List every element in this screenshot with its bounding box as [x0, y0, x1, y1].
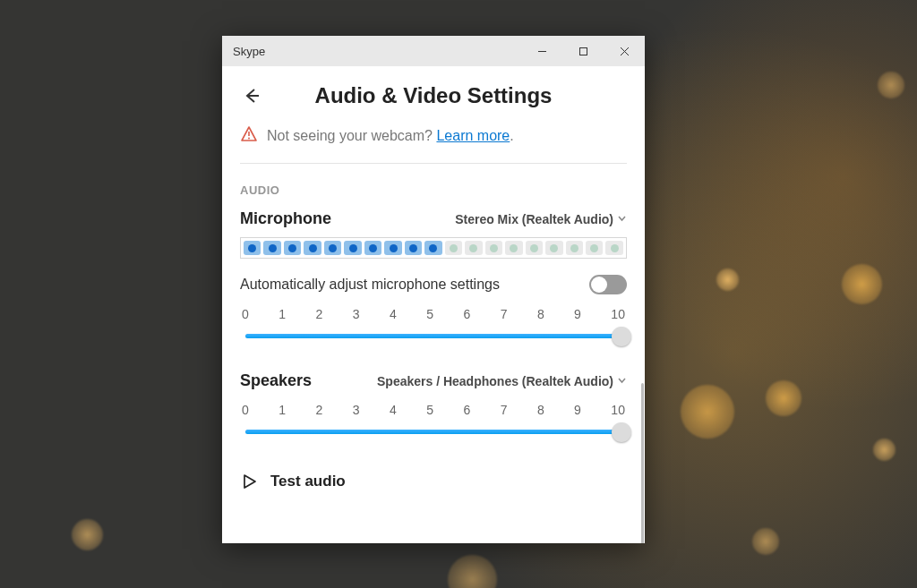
microphone-row: Microphone Stereo Mix (Realtek Audio): [240, 209, 627, 228]
test-audio-button[interactable]: Test audio: [240, 473, 627, 490]
webcam-suffix: .: [510, 128, 513, 143]
test-audio-label: Test audio: [270, 473, 346, 490]
speakers-scale: 012345678910: [240, 403, 627, 417]
slider-fill: [245, 334, 621, 338]
bokeh-dot: [873, 439, 896, 461]
bokeh-dot: [766, 380, 801, 416]
slider-thumb[interactable]: [612, 422, 631, 442]
webcam-text: Not seeing your webcam?: [267, 128, 436, 143]
scale-tick: 4: [390, 403, 397, 417]
speakers-slider[interactable]: [240, 421, 627, 442]
bokeh-dot: [752, 528, 779, 555]
scale-tick: 5: [426, 307, 433, 321]
level-cell: [566, 241, 583, 255]
microphone-slider[interactable]: [240, 325, 627, 346]
level-cell: [586, 241, 603, 255]
scale-tick: 6: [463, 403, 470, 417]
page-title: Audio & Video Settings: [263, 83, 604, 108]
bokeh-dot: [842, 264, 882, 304]
back-button[interactable]: [240, 84, 263, 107]
level-cell: [424, 241, 441, 255]
level-cell: [485, 241, 502, 255]
slider-thumb[interactable]: [612, 327, 631, 346]
level-cell: [545, 241, 562, 255]
level-cell: [505, 241, 522, 255]
warning-icon: [240, 125, 258, 147]
settings-content: Not seeing your webcam? Learn more. AUDI…: [222, 125, 645, 543]
bokeh-dot: [716, 268, 739, 291]
skype-window: Skype Audio & Video Settings: [222, 36, 645, 543]
level-cell: [384, 241, 401, 255]
scale-tick: 9: [574, 307, 581, 321]
slider-fill: [245, 430, 621, 434]
close-button[interactable]: [604, 36, 645, 66]
scale-tick: 7: [501, 403, 508, 417]
scale-tick: 10: [611, 307, 625, 321]
level-cell: [445, 241, 462, 255]
scale-tick: 2: [315, 307, 322, 321]
scale-tick: 1: [279, 403, 286, 417]
level-cell: [324, 241, 341, 255]
microphone-device-text: Stereo Mix (Realtek Audio): [455, 212, 613, 226]
microphone-level-meter: [240, 237, 627, 259]
desktop-background: Skype Audio & Video Settings: [0, 0, 917, 588]
scale-tick: 5: [426, 403, 433, 417]
maximize-button[interactable]: [562, 36, 604, 66]
auto-adjust-toggle[interactable]: [589, 275, 627, 294]
microphone-device-select[interactable]: Stereo Mix (Realtek Audio): [455, 212, 627, 226]
scale-tick: 8: [537, 403, 544, 417]
toggle-knob: [591, 277, 607, 293]
auto-adjust-label: Automatically adjust microphone settings: [240, 277, 500, 293]
window-title: Skype: [233, 45, 265, 58]
level-cell: [605, 241, 622, 255]
scale-tick: 0: [242, 403, 249, 417]
scale-tick: 3: [353, 403, 360, 417]
scale-tick: 2: [315, 403, 322, 417]
learn-more-link[interactable]: Learn more: [436, 128, 510, 143]
level-cell: [263, 241, 280, 255]
play-icon: [240, 473, 258, 490]
audio-section-label: AUDIO: [240, 183, 627, 197]
scale-tick: 0: [242, 307, 249, 321]
webcam-notice: Not seeing your webcam? Learn more.: [240, 125, 627, 164]
level-cell: [465, 241, 482, 255]
chevron-down-icon: [617, 375, 627, 388]
speakers-label: Speakers: [240, 371, 312, 390]
scale-tick: 4: [390, 307, 397, 321]
scale-tick: 6: [463, 307, 470, 321]
scale-tick: 10: [611, 403, 625, 417]
page-header: Audio & Video Settings: [222, 66, 645, 125]
window-titlebar[interactable]: Skype: [222, 36, 645, 66]
bokeh-dot: [878, 72, 904, 98]
svg-rect-1: [579, 47, 587, 55]
level-cell: [364, 241, 381, 255]
microphone-scale: 012345678910: [240, 307, 627, 321]
auto-adjust-row: Automatically adjust microphone settings: [240, 275, 627, 294]
scale-tick: 3: [353, 307, 360, 321]
level-cell: [344, 241, 361, 255]
speakers-device-text: Speakers / Headphones (Realtek Audio): [377, 374, 613, 388]
scale-tick: 1: [279, 307, 286, 321]
speakers-row: Speakers Speakers / Headphones (Realtek …: [240, 371, 627, 390]
minimize-button[interactable]: [521, 36, 562, 66]
bokeh-dot: [681, 385, 734, 439]
microphone-label: Microphone: [240, 209, 331, 228]
level-cell: [405, 241, 422, 255]
scale-tick: 7: [501, 307, 508, 321]
bokeh-dot: [448, 555, 497, 588]
speakers-device-select[interactable]: Speakers / Headphones (Realtek Audio): [377, 374, 627, 388]
scale-tick: 8: [537, 307, 544, 321]
scrollbar[interactable]: [641, 383, 644, 543]
chevron-down-icon: [617, 213, 627, 226]
bokeh-dot: [72, 519, 103, 550]
level-cell: [304, 241, 321, 255]
level-cell: [284, 241, 301, 255]
scale-tick: 9: [574, 403, 581, 417]
level-cell: [526, 241, 543, 255]
svg-point-6: [248, 138, 250, 140]
level-cell: [244, 241, 261, 255]
